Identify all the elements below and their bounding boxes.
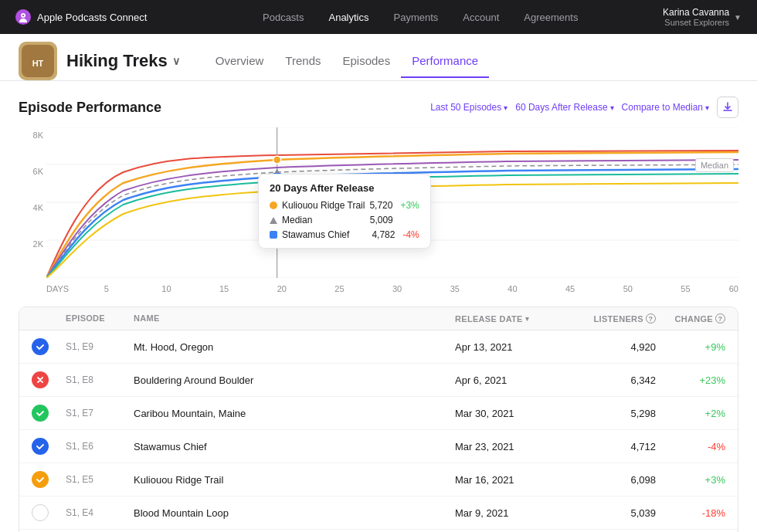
podcast-title-chevron[interactable]: ∨ [172,55,180,67]
x-label-50: 50 [623,284,633,293]
tooltip-change-0: +3% [400,200,419,211]
top-nav: Apple Podcasts Connect Podcasts Analytic… [0,0,757,34]
row-date-5: Mar 9, 2021 [455,507,571,519]
compare-filter-label: Compare to Median [622,102,703,113]
nav-agreements[interactable]: Agreements [524,12,578,23]
row-badge-2 [32,405,66,422]
row-change-1: +23% [656,374,725,386]
x-label-35: 35 [450,284,460,293]
row-date-3: Mar 23, 2021 [455,441,571,452]
table-row[interactable]: S1, E9 Mt. Hood, Oregon Apr 13, 2021 4,9… [19,330,738,364]
y-label-2k: 2K [19,239,46,249]
x-label-55: 55 [681,284,690,293]
col-status [32,313,66,324]
tooltip-name-0: Kuliouou Ridge Trail [282,200,365,211]
col-change[interactable]: CHANGE ? [656,313,725,324]
svg-point-12 [273,156,281,164]
chart-x-axis: DAYS 5 10 15 20 25 30 35 40 45 50 55 60 [46,280,738,297]
row-badge-1 [32,371,66,388]
chart-tooltip: 20 Days After Release Kuliouou Ridge Tra… [258,174,431,249]
row-name-3: Stawamus Chief [134,441,455,452]
listeners-info-icon[interactable]: ? [646,313,656,324]
app-logo[interactable]: Apple Podcasts Connect [15,9,147,25]
row-date-0: Apr 13, 2021 [455,341,571,353]
x-label-60: 60 [729,284,738,293]
nav-analytics[interactable]: Analytics [328,12,368,23]
row-date-1: Apr 6, 2021 [455,374,571,386]
x-label-20: 20 [277,284,287,293]
tooltip-name-1: Median [282,215,365,225]
row-episode-4: S1, E5 [66,474,134,485]
col-name: NAME [134,313,455,324]
table-row[interactable]: S1, E8 Bouldering Around Boulder Apr 6, … [19,364,738,397]
section-header: Episode Performance Last 50 Episodes ▾ 6… [19,97,738,118]
table-header: EPISODE NAME RELEASE DATE ▾ LISTENERS ? … [19,307,738,330]
row-listeners-5: 5,039 [571,507,656,519]
podcast-title-section: Hiking Treks ∨ [66,51,180,71]
tooltip-row-2: Stawamus Chief 4,782 -4% [270,229,419,240]
nav-podcasts[interactable]: Podcasts [263,12,304,23]
table-row[interactable]: S1, E7 Caribou Mountain, Maine Mar 30, 2… [19,397,738,430]
row-date-4: Mar 16, 2021 [455,474,571,486]
export-btn[interactable] [717,97,738,118]
section-title: Episode Performance [19,100,161,116]
row-badge-0 [32,338,66,355]
tab-overview[interactable]: Overview [205,45,275,78]
col-release[interactable]: RELEASE DATE ▾ [455,313,571,324]
podcast-logo-icon [15,9,31,25]
y-label-4k: 4K [19,203,46,212]
svg-text:HT: HT [32,59,44,68]
table-row[interactable]: S1, E4 Blood Mountain Loop Mar 9, 2021 5… [19,496,738,530]
row-listeners-4: 6,098 [571,474,656,486]
svg-point-2 [22,15,24,16]
main-content: Episode Performance Last 50 Episodes ▾ 6… [0,81,757,532]
table-container: EPISODE NAME RELEASE DATE ▾ LISTENERS ? … [19,307,738,532]
tab-trends[interactable]: Trends [274,45,331,78]
tab-performance[interactable]: Performance [401,45,489,78]
x-label-15: 15 [219,284,229,293]
tooltip-dot-0 [270,202,277,209]
row-name-5: Blood Mountain Loop [134,507,455,519]
days-filter-btn[interactable]: 60 Days After Release ▾ [515,102,613,113]
col-episode: EPISODE [66,313,134,324]
x-label-10: 10 [161,284,171,293]
tooltip-value-0: 5,720 [369,200,392,211]
tooltip-row-0: Kuliouou Ridge Trail 5,720 +3% [270,200,419,211]
row-badge-4 [32,471,66,488]
row-episode-1: S1, E8 [66,374,134,385]
row-date-2: Mar 30, 2021 [455,408,571,419]
compare-chevron-icon: ▾ [705,103,709,112]
tooltip-name-2: Stawamus Chief [282,229,367,240]
export-icon [722,102,733,113]
episodes-filter-label: Last 50 Episodes [430,102,501,113]
tab-episodes[interactable]: Episodes [332,45,402,78]
y-label-8k: 8K [19,130,46,140]
x-label-days: DAYS [46,284,69,293]
row-listeners-1: 6,342 [571,374,656,386]
row-listeners-0: 4,920 [571,341,656,353]
change-info-icon[interactable]: ? [715,313,725,324]
tooltip-value-2: 4,782 [372,229,395,240]
row-name-2: Caribou Mountain, Maine [134,408,455,419]
user-menu[interactable]: Karina Cavanna Sunset Explorers ▼ [663,7,742,27]
nav-account[interactable]: Account [463,12,499,23]
chart-container: 8K 6K 4K 2K [19,127,738,297]
row-change-5: -18% [656,507,725,519]
user-chevron-icon: ▼ [734,13,742,22]
row-listeners-2: 5,298 [571,408,656,419]
row-badge-3 [32,438,66,455]
x-label-5: 5 [104,284,109,293]
nav-payments[interactable]: Payments [394,12,439,23]
tooltip-value-1: 5,009 [370,215,393,225]
row-name-1: Bouldering Around Boulder [134,374,455,386]
compare-filter-btn[interactable]: Compare to Median ▾ [622,102,709,113]
user-name: Karina Cavanna [663,7,729,18]
row-name-4: Kuliouou Ridge Trail [134,474,455,486]
podcast-art: HT [19,42,57,80]
chart-y-axis: 8K 6K 4K 2K [19,127,46,279]
table-row[interactable]: S1, E6 Stawamus Chief Mar 23, 2021 4,712… [19,430,738,463]
episodes-filter-btn[interactable]: Last 50 Episodes ▾ [430,102,507,113]
col-listeners[interactable]: LISTENERS ? [571,313,656,324]
table-row[interactable]: S1, E5 Kuliouou Ridge Trail Mar 16, 2021… [19,463,738,496]
episodes-chevron-icon: ▾ [504,103,507,112]
